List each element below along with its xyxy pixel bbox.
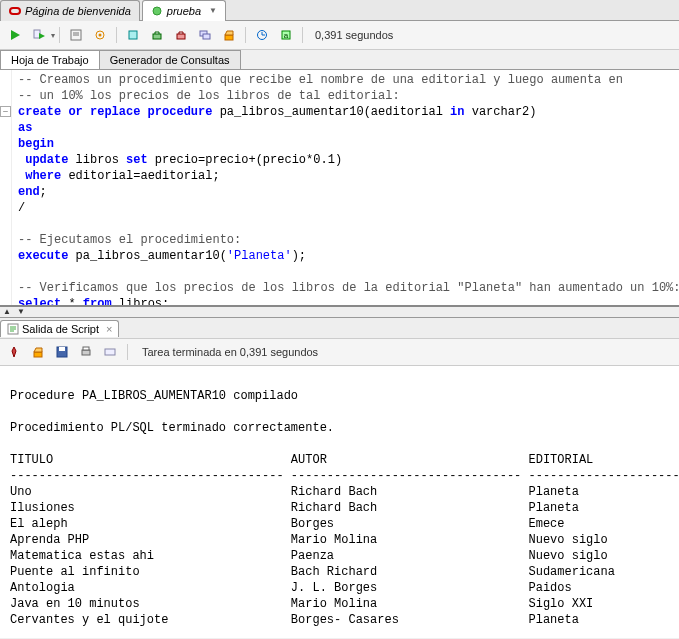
close-icon[interactable]: × xyxy=(106,323,112,335)
clear-button[interactable] xyxy=(219,25,239,45)
unshared-button[interactable] xyxy=(195,25,215,45)
print-output-button[interactable] xyxy=(77,343,95,361)
main-toolbar: ▾ a 0,391 segundos xyxy=(0,21,679,50)
elapsed-time: 0,391 segundos xyxy=(315,29,393,41)
svg-rect-29 xyxy=(83,347,89,350)
svg-marker-25 xyxy=(34,348,42,352)
svg-rect-15 xyxy=(225,35,233,40)
commit-button[interactable] xyxy=(147,25,167,45)
svg-marker-2 xyxy=(11,30,20,40)
svg-rect-0 xyxy=(10,8,20,14)
gutter: − xyxy=(0,70,12,305)
sql-file-icon xyxy=(151,5,163,17)
worksheet-subtabs: Hoja de Trabajo Generador de Consultas xyxy=(0,50,679,70)
svg-rect-10 xyxy=(129,31,137,39)
output-tabs: Salida de Script × xyxy=(0,318,679,339)
subtab-worksheet[interactable]: Hoja de Trabajo xyxy=(0,50,100,69)
collapse-up-icon[interactable]: ▲ xyxy=(0,307,14,317)
tab-label: Página de bienvenida xyxy=(25,5,131,17)
output-tab-label: Salida de Script xyxy=(22,323,99,335)
pin-button[interactable] xyxy=(5,343,23,361)
snippets-button[interactable]: a xyxy=(276,25,296,45)
sql-history-button[interactable] xyxy=(252,25,272,45)
document-tabs: Página de bienvenida prueba ▼ xyxy=(0,0,679,21)
script-output-icon xyxy=(7,323,19,335)
svg-point-9 xyxy=(99,34,102,37)
code-editor[interactable]: − -- Creamos un procedimiento que recibe… xyxy=(0,70,679,307)
collapse-down-icon[interactable]: ▼ xyxy=(14,307,28,317)
svg-marker-4 xyxy=(39,33,45,39)
svg-rect-11 xyxy=(153,34,161,39)
save-output-button[interactable] xyxy=(53,343,71,361)
run-button[interactable] xyxy=(5,25,25,45)
svg-rect-27 xyxy=(59,347,65,351)
output-toolbar: Tarea terminada en 0,391 segundos xyxy=(0,339,679,366)
code-area[interactable]: -- Creamos un procedimiento que recibe e… xyxy=(12,70,679,305)
explain-plan-button[interactable] xyxy=(66,25,86,45)
subtab-query-builder[interactable]: Generador de Consultas xyxy=(99,50,241,69)
output-tab-script[interactable]: Salida de Script × xyxy=(0,320,119,337)
run-script-button[interactable] xyxy=(29,25,49,45)
svg-rect-24 xyxy=(34,352,42,357)
script-output[interactable]: Procedure PA_LIBROS_AUMENTAR10 compilado… xyxy=(0,366,679,638)
svg-point-1 xyxy=(153,7,161,15)
tab-welcome[interactable]: Página de bienvenida xyxy=(0,0,140,21)
svg-text:a: a xyxy=(284,31,289,40)
fold-toggle-icon[interactable]: − xyxy=(0,106,11,117)
svg-marker-16 xyxy=(225,31,233,35)
autotrace-button[interactable] xyxy=(90,25,110,45)
svg-rect-28 xyxy=(82,350,90,355)
sql-tuning-button[interactable] xyxy=(123,25,143,45)
tab-label: prueba xyxy=(167,5,201,17)
tab-prueba[interactable]: prueba ▼ xyxy=(142,0,226,21)
dropdown-icon[interactable]: ▾ xyxy=(51,31,55,40)
buffer-size-button[interactable] xyxy=(101,343,119,361)
rollback-button[interactable] xyxy=(171,25,191,45)
svg-rect-14 xyxy=(203,34,210,39)
splitter[interactable]: ▲ ▼ xyxy=(0,307,679,318)
svg-rect-12 xyxy=(177,34,185,39)
clear-output-button[interactable] xyxy=(29,343,47,361)
tab-dropdown-icon[interactable]: ▼ xyxy=(209,6,217,15)
svg-rect-30 xyxy=(105,349,115,355)
output-status: Tarea terminada en 0,391 segundos xyxy=(142,346,318,358)
oracle-icon xyxy=(9,5,21,17)
